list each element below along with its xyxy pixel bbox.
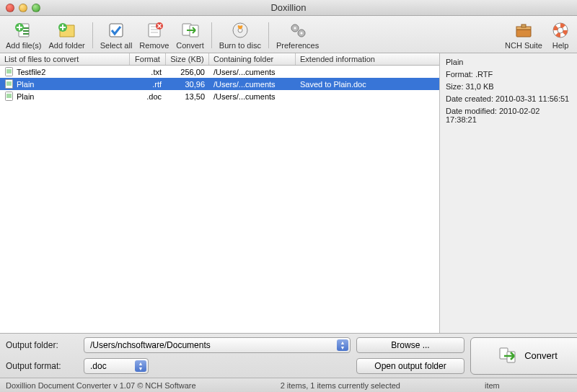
bottom-controls: Output folder: /Users/nchsoftware/Docume… <box>0 333 577 378</box>
status-selection: 2 items, 1 items currently selected <box>196 381 485 390</box>
output-format-dropdown[interactable]: .doc ▲▼ <box>84 358 149 374</box>
table-row[interactable]: Testfile2.txt256,00/Users/...cuments <box>0 66 439 78</box>
output-format-label: Output format: <box>6 361 78 371</box>
plus-file-icon <box>13 21 35 40</box>
svg-point-18 <box>558 27 563 33</box>
info-title: Plain <box>446 58 571 66</box>
remove-button[interactable]: Remove <box>136 19 172 51</box>
svg-rect-16 <box>521 24 526 27</box>
header-format[interactable]: Format <box>130 53 166 65</box>
open-output-folder-button[interactable]: Open output folder <box>356 358 464 374</box>
svg-rect-3 <box>110 24 123 37</box>
select-all-button[interactable]: Select all <box>97 19 136 51</box>
header-ext[interactable]: Extended information <box>296 53 439 65</box>
table-row[interactable]: Plain.doc13,50/Users/...cuments <box>0 90 439 102</box>
lifebuoy-icon <box>550 21 571 40</box>
output-folder-label: Output folder: <box>6 340 78 350</box>
burn-to-disc-button[interactable]: Burn to disc <box>216 19 264 51</box>
convert-icon <box>180 21 201 40</box>
svg-rect-14 <box>516 30 531 37</box>
info-modified: Date modified: 2010-02-02 17:38:21 <box>446 107 571 124</box>
nch-suite-button[interactable]: NCH Suite <box>502 19 545 51</box>
big-convert-button[interactable]: Convert <box>470 337 577 375</box>
add-folder-button[interactable]: Add folder <box>46 19 88 51</box>
plus-folder-icon <box>56 21 78 40</box>
status-item: item <box>485 381 571 390</box>
file-list-pane: List of files to convert Format Size (KB… <box>0 53 440 333</box>
help-button[interactable]: Help <box>547 19 574 51</box>
add-files-button[interactable]: Add file(s) <box>3 19 45 51</box>
gear-icon <box>287 21 309 40</box>
convert-button[interactable]: Convert <box>173 19 207 51</box>
header-name[interactable]: List of files to convert <box>0 53 130 65</box>
info-pane: Plain Format: .RTF Size: 31,0 KB Date cr… <box>440 53 577 333</box>
info-created: Date created: 2010-03-31 11:56:51 <box>446 94 571 103</box>
toolbox-icon <box>513 21 534 40</box>
svg-point-11 <box>294 27 296 30</box>
svg-point-13 <box>300 32 302 35</box>
select-all-icon <box>105 21 127 40</box>
svg-rect-22 <box>500 348 508 359</box>
table-row[interactable]: Plain.rtf30,96/Users/...cumentsSaved to … <box>0 78 439 90</box>
toolbar: Add file(s) Add folder Select all Remove <box>0 16 577 53</box>
file-rows[interactable]: Testfile2.txt256,00/Users/...cumentsPlai… <box>0 66 439 333</box>
output-folder-dropdown[interactable]: /Users/nchsoftware/Documents ▲▼ <box>84 337 351 353</box>
main-area: List of files to convert Format Size (KB… <box>0 53 577 333</box>
column-headers: List of files to convert Format Size (KB… <box>0 53 439 66</box>
titlebar: Doxillion <box>0 0 577 16</box>
dropdown-arrows-icon: ▲▼ <box>337 339 348 351</box>
preferences-button[interactable]: Preferences <box>273 19 322 51</box>
info-format: Format: .RTF <box>446 70 571 79</box>
convert-large-icon <box>498 346 519 366</box>
header-size[interactable]: Size (KB) <box>166 53 209 65</box>
browse-button[interactable]: Browse ... <box>356 337 464 353</box>
status-version: Doxillion Document Converter v 1.07 © NC… <box>6 381 196 390</box>
header-folder[interactable]: Containing folder <box>209 53 296 65</box>
status-bar: Doxillion Document Converter v 1.07 © NC… <box>0 378 577 392</box>
remove-icon <box>144 21 165 40</box>
disc-icon <box>229 21 251 40</box>
window-title: Doxillion <box>0 2 577 13</box>
info-size: Size: 31,0 KB <box>446 82 571 91</box>
dropdown-arrows-icon: ▲▼ <box>135 360 146 372</box>
